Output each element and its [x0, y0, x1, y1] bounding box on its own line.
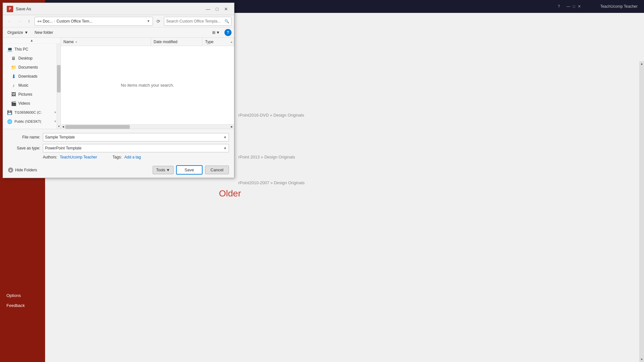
empty-message: No items match your search. [121, 83, 174, 88]
thispc-icon: 💻 [7, 46, 13, 52]
nav-vscroll-thumb[interactable] [57, 65, 61, 92]
refresh-button[interactable]: ⟳ [154, 17, 163, 25]
close-button[interactable]: ✕ [222, 5, 230, 13]
h-scroll-right[interactable]: ▶ [230, 125, 234, 129]
organize-label: Organize [7, 30, 23, 35]
breadcrumb-sep: › [54, 19, 55, 23]
nav-item-downloads[interactable]: ⬇ Downloads [3, 72, 61, 81]
new-folder-button[interactable]: New folder [33, 29, 55, 36]
maximize-button[interactable]: □ [213, 5, 221, 13]
save-type-dropdown-icon: ▼ [223, 147, 227, 150]
file-name-row: File name: Sample Template ▼ [8, 133, 229, 141]
nav-item-music[interactable]: ♪ Music [3, 81, 61, 90]
nav-item-videos[interactable]: 🎬 Videos [3, 99, 61, 108]
dialog-title: Save As [16, 6, 204, 11]
dialog-body: ▲ 💻 This PC 🖥 Desktop 📁 Docu [3, 38, 234, 129]
drive-icon: 💾 [7, 110, 13, 115]
nav-item-videos-label: Videos [18, 101, 57, 106]
help-button[interactable]: ? [224, 29, 232, 36]
save-type-value: PowerPoint Template [45, 146, 81, 150]
hide-folders-icon: ▲ [8, 167, 13, 173]
col-header-name[interactable]: Name ▲ [61, 38, 151, 46]
nav-item-network-label: Public (\\DESKT( [14, 119, 52, 123]
save-type-input[interactable]: PowerPoint Template ▼ [43, 144, 229, 152]
tags-value[interactable]: Add a tag [124, 155, 141, 159]
network-expand-icon: ▼ [54, 120, 57, 123]
h-scrollbar: ◀ ▶ [61, 124, 234, 129]
nav-item-network[interactable]: 🌐 Public (\\DESKT( ▼ [3, 117, 61, 126]
h-scroll-track[interactable] [65, 125, 230, 129]
forward-button[interactable]: → [15, 17, 24, 25]
new-folder-label: New folder [35, 30, 53, 35]
nav-item-pictures-label: Pictures [18, 92, 57, 97]
search-input[interactable] [166, 19, 224, 24]
nav-item-music-label: Music [18, 83, 57, 88]
view-icon: ⊞ [212, 30, 215, 35]
breadcrumb-part-2[interactable]: Custom Office Tem... [56, 19, 92, 24]
save-type-label: Save as type: [8, 146, 40, 150]
nav-item-drive[interactable]: 💾 TI10658600C (C: ▼ [3, 108, 61, 117]
file-name-input[interactable]: Sample Template ▼ [43, 133, 229, 141]
col-header-date[interactable]: Date modified [151, 38, 203, 46]
dialog-toolbar2: Organize ▼ New folder ⊞ ▼ ? [3, 27, 234, 38]
nav-item-desktop[interactable]: 🖥 Desktop [3, 54, 61, 63]
up-button[interactable]: ↑ [25, 17, 33, 25]
hide-folders-button[interactable]: ▲ Hide Folders [8, 167, 37, 173]
organize-button[interactable]: Organize ▼ [5, 29, 30, 36]
breadcrumb-dropdown[interactable]: ▼ [147, 19, 150, 23]
meta-row: Authors: TeachUcomp Teacher Tags: Add a … [8, 155, 229, 159]
search-bar: 🔍 [164, 17, 232, 26]
file-pane: ▲ Name ▲ Date modified Type No items mat… [61, 38, 234, 129]
dialog-controls: — □ ✕ [204, 5, 230, 13]
file-name-dropdown-icon: ▼ [223, 136, 227, 139]
nav-vscroll-down[interactable]: ▼ [57, 124, 61, 129]
nav-item-drive-label: TI10658600C (C: [14, 110, 52, 114]
minimize-button[interactable]: — [204, 5, 212, 13]
nav-vscroll: ▲ ▼ [57, 38, 61, 129]
tags-label: Tags: [113, 155, 122, 159]
tools-label: Tools [156, 168, 165, 172]
file-list-header: ▲ Name ▲ Date modified Type [61, 38, 234, 46]
hide-folders-label: Hide Folders [15, 168, 37, 172]
nav-item-documents-label: Documents [18, 65, 57, 70]
col-name-label: Name [63, 40, 74, 44]
network-icon: 🌐 [7, 119, 13, 124]
breadcrumb-bar[interactable]: «« Doc... › Custom Office Tem... ▼ [34, 17, 153, 26]
videos-icon: 🎬 [11, 100, 16, 106]
h-scroll-left[interactable]: ◀ [61, 125, 65, 129]
pictures-icon: 🖼 [11, 91, 16, 97]
dialog-overlay: P Save As — □ ✕ ← → ↑ «« Doc... › Custom… [0, 0, 644, 362]
save-as-dialog: P Save As — □ ✕ ← → ↑ «« Doc... › Custom… [3, 3, 234, 178]
dialog-form: File name: Sample Template ▼ Save as typ… [3, 129, 234, 163]
save-button[interactable]: Save [176, 165, 203, 175]
tools-button[interactable]: Tools ▼ [153, 166, 174, 174]
search-icon[interactable]: 🔍 [224, 19, 229, 24]
view-button[interactable]: ⊞ ▼ [210, 29, 222, 36]
dialog-footer: ▲ Hide Folders Tools ▼ Save Cancel [3, 163, 234, 178]
cancel-button[interactable]: Cancel [205, 166, 229, 174]
breadcrumb-part-1[interactable]: «« Doc... [37, 19, 53, 24]
nav-item-thispc[interactable]: 💻 This PC [3, 45, 61, 54]
resize-handle[interactable] [230, 174, 234, 178]
col-date-label: Date modified [154, 40, 177, 44]
organize-dropdown-icon: ▼ [24, 30, 28, 35]
nav-item-documents[interactable]: 📁 Documents [3, 63, 61, 72]
nav-item-desktop-label: Desktop [18, 56, 57, 61]
documents-icon: 📁 [11, 64, 16, 70]
back-button[interactable]: ← [5, 17, 14, 25]
authors-value[interactable]: TeachUcomp Teacher [60, 155, 97, 159]
nav-item-downloads-label: Downloads [18, 74, 57, 79]
file-name-value: Sample Template [45, 135, 75, 139]
nav-item-thispc-label: This PC [14, 47, 57, 52]
nav-scroll-up[interactable]: ▲ [3, 38, 61, 43]
h-scroll-thumb[interactable] [65, 125, 130, 129]
col-sort-icon: ▲ [75, 40, 78, 43]
tools-dropdown-icon: ▼ [166, 168, 170, 172]
view-dropdown-icon: ▼ [216, 30, 220, 35]
list-scroll-up[interactable]: ▲ [229, 38, 234, 46]
file-list-body: No items match your search. [61, 46, 234, 124]
app-icon: P [7, 6, 13, 12]
dialog-titlebar: P Save As — □ ✕ [3, 3, 234, 15]
nav-item-pictures[interactable]: 🖼 Pictures [3, 90, 61, 99]
drive-expand-icon: ▼ [54, 111, 57, 114]
